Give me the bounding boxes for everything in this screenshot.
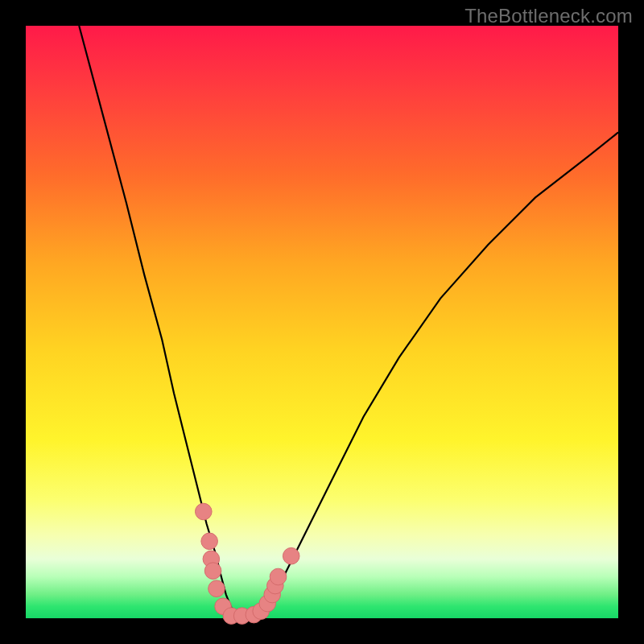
marker-group [196, 503, 300, 624]
data-marker [270, 568, 287, 585]
data-marker [201, 533, 218, 550]
chart-frame: TheBottleneck.com [0, 0, 644, 644]
data-marker [204, 563, 221, 580]
data-marker [196, 503, 213, 520]
plot-area [26, 26, 618, 618]
data-marker [283, 547, 299, 564]
data-marker [208, 580, 225, 597]
watermark-text: TheBottleneck.com [464, 5, 633, 27]
marker-layer [26, 26, 618, 618]
